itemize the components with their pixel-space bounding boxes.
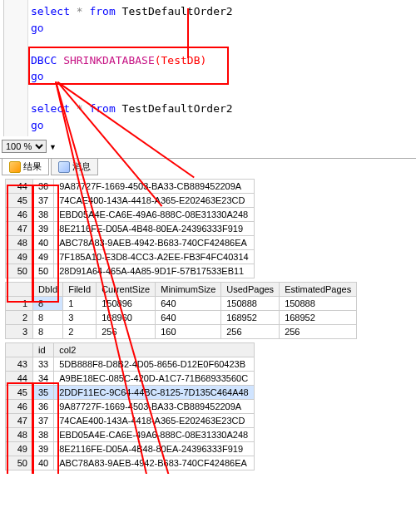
col-header[interactable]: EstimatedPages: [280, 283, 357, 297]
dropdown-icon: ▼: [49, 143, 57, 151]
cell[interactable]: 28D91A64-465A-4A85-9D1F-57B17533EB11: [54, 264, 254, 278]
row-index: 45: [6, 386, 33, 400]
cell[interactable]: 7F185A10-E3D8-4CC3-A2EE-FB3F4FC40314: [54, 250, 254, 264]
messages-icon: [58, 161, 70, 173]
cell[interactable]: 168952: [280, 311, 357, 325]
col-header[interactable]: MinimumSize: [156, 283, 221, 297]
table-row[interactable]: 453774CAE400-143A-4418-A365-E202463E23CD: [6, 194, 255, 208]
table-row[interactable]: 49497F185A10-E3D8-4CC3-A2EE-FB3F4FC40314: [6, 250, 255, 264]
row-index: 2: [6, 311, 33, 325]
cell[interactable]: 8: [33, 311, 63, 325]
cell[interactable]: 39: [33, 442, 54, 456]
row-index: 3: [6, 325, 33, 339]
cell[interactable]: 37: [33, 414, 54, 428]
cell[interactable]: 38: [33, 428, 54, 442]
cell[interactable]: ABC78A83-9AEB-4942-B683-740CF42486EA: [54, 456, 254, 470]
editor-line: [31, 36, 409, 52]
cell[interactable]: 8E2116FE-D05A-4B48-80EA-24396333F919: [54, 222, 254, 236]
table-row[interactable]: 4434A9BE18EC-085C-420D-A1C7-71B68933560C: [6, 372, 255, 386]
cell[interactable]: 2DDF11EC-9C64-44BC-8125-7D135C464A48: [54, 386, 254, 400]
editor-line: go: [31, 20, 409, 37]
row-index: 1: [6, 297, 33, 311]
row-index: 46: [6, 400, 33, 414]
table-row[interactable]: 47398E2116FE-D05A-4B48-80EA-24396333F919: [6, 222, 255, 236]
cell[interactable]: 37: [33, 194, 54, 208]
cell[interactable]: 50: [33, 264, 54, 278]
cell[interactable]: EBD05A4E-CA6E-49A6-888C-08E31330A248: [54, 428, 254, 442]
result-grid-1[interactable]: 44369A87727F-1669-4503-BA33-CB889452209A…: [5, 179, 255, 278]
col-header[interactable]: col2: [54, 343, 254, 357]
table-row[interactable]: 382256160256256: [6, 325, 357, 339]
cell[interactable]: 168952: [221, 311, 280, 325]
cell[interactable]: 8: [33, 297, 63, 311]
cell[interactable]: 36: [33, 400, 54, 414]
table-row[interactable]: 49398E2116FE-D05A-4B48-80EA-24396333F919: [6, 442, 255, 456]
table-row[interactable]: 505028D91A64-465A-4A85-9D1F-57B17533EB11: [6, 264, 255, 278]
results-icon: [9, 161, 21, 173]
zoom-select[interactable]: 100 %: [2, 140, 47, 153]
cell[interactable]: 160: [156, 325, 221, 339]
col-header[interactable]: UsedPages: [221, 283, 280, 297]
cell[interactable]: 38: [33, 208, 54, 222]
editor-line: DBCC SHRINKDATABASE(TestDB): [31, 52, 409, 69]
header-row: DbIdFileIdCurrentSizeMinimumSizeUsedPage…: [6, 283, 357, 297]
cell[interactable]: 640: [156, 297, 221, 311]
cell[interactable]: 3: [63, 311, 97, 325]
tab-label: 结果: [23, 160, 42, 173]
cell[interactable]: 256: [280, 325, 357, 339]
cell[interactable]: 36: [33, 180, 54, 194]
table-row[interactable]: 43335DB888F8-D8B2-4D05-8656-D12E0F60423B: [6, 357, 255, 372]
row-index: 47: [6, 222, 33, 236]
row-index: 48: [6, 236, 33, 250]
cell[interactable]: 640: [156, 311, 221, 325]
cell[interactable]: 8E2116FE-D05A-4B48-80EA-24396333F919: [54, 442, 254, 456]
table-row[interactable]: 181150896640150888150888: [6, 297, 357, 311]
row-index: 49: [6, 250, 33, 264]
col-header[interactable]: FileId: [63, 283, 97, 297]
row-index: 44: [6, 372, 33, 386]
row-index: 49: [6, 442, 33, 456]
table-row[interactable]: 283168960640168952168952: [6, 311, 357, 325]
cell[interactable]: 256: [221, 325, 280, 339]
table-row[interactable]: 4840ABC78A83-9AEB-4942-B683-740CF42486EA: [6, 236, 255, 250]
cell[interactable]: 40: [33, 456, 54, 470]
table-row[interactable]: 473774CAE400-143A-4418-A365-E202463E23CD: [6, 414, 255, 428]
cell[interactable]: 34: [33, 372, 54, 386]
editor-gutter: [4, 0, 28, 136]
tab-results[interactable]: 结果: [2, 159, 49, 175]
editor-line: [31, 85, 409, 101]
row-index: 50: [6, 456, 33, 470]
editor-line: go: [31, 68, 409, 85]
result-grid-2[interactable]: DbIdFileIdCurrentSizeMinimumSizeUsedPage…: [5, 282, 357, 339]
zoom-combo[interactable]: 100 % ▼: [2, 140, 413, 155]
row-index: 45: [6, 194, 33, 208]
col-header[interactable]: DbId: [33, 283, 63, 297]
row-index: 43: [6, 357, 33, 372]
table-row[interactable]: 5040ABC78A83-9AEB-4942-B683-740CF42486EA: [6, 456, 255, 470]
cell[interactable]: 9A87727F-1669-4503-BA33-CB889452209A: [54, 400, 254, 414]
row-index: 48: [6, 428, 33, 442]
results-tabs: 结果 消息: [0, 158, 416, 175]
cell[interactable]: 5DB888F8-D8B2-4D05-8656-D12E0F60423B: [54, 357, 254, 372]
cell[interactable]: 49: [33, 250, 54, 264]
cell[interactable]: 1: [63, 297, 97, 311]
cell[interactable]: 33: [33, 357, 54, 372]
cell[interactable]: 8: [33, 325, 63, 339]
table-row[interactable]: 44369A87727F-1669-4503-BA33-CB889452209A: [6, 180, 255, 194]
cell[interactable]: 150888: [221, 297, 280, 311]
cell[interactable]: 39: [33, 222, 54, 236]
row-index: 46: [6, 208, 33, 222]
cell[interactable]: 40: [33, 236, 54, 250]
cell[interactable]: 35: [33, 386, 54, 400]
row-index: 47: [6, 414, 33, 428]
table-row[interactable]: 4638EBD05A4E-CA6E-49A6-888C-08E31330A248: [6, 208, 255, 222]
row-index: 44: [6, 180, 33, 194]
table-row[interactable]: 4838EBD05A4E-CA6E-49A6-888C-08E31330A248: [6, 428, 255, 442]
cell[interactable]: 150888: [280, 297, 357, 311]
cell[interactable]: 2: [63, 325, 97, 339]
editor-line: select * from TestDefaultOrder2: [31, 3, 409, 20]
cell[interactable]: A9BE18EC-085C-420D-A1C7-71B68933560C: [54, 372, 254, 386]
row-index: 50: [6, 264, 33, 278]
cell[interactable]: ABC78A83-9AEB-4942-B683-740CF42486EA: [54, 236, 254, 250]
col-header[interactable]: id: [33, 343, 54, 357]
